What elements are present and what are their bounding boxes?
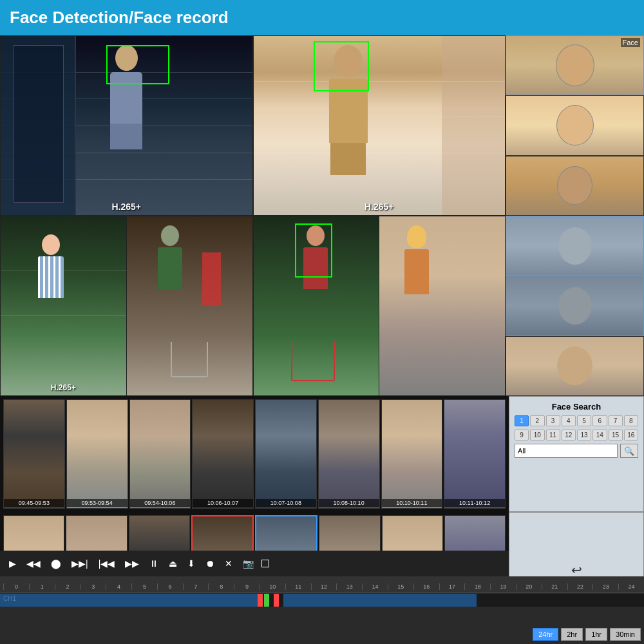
thumb-5[interactable]: 10:07-10:08	[255, 399, 317, 509]
face-thumb-3	[506, 156, 644, 216]
mark-6: 6	[157, 583, 183, 590]
thumb-4[interactable]: 10:06-10:07	[192, 399, 254, 509]
mark-18: 18	[464, 583, 490, 590]
mark-5: 5	[131, 583, 157, 590]
time-btn-1hr[interactable]: 1hr	[585, 628, 607, 641]
mark-0: 0	[3, 583, 29, 590]
face-panel-label: Face	[621, 38, 640, 47]
face-panel: Face	[506, 35, 644, 396]
camera-3: H.265+	[0, 216, 253, 396]
ch-btn-14[interactable]: 14	[592, 430, 607, 440]
fast-forward-button[interactable]: ▶▶	[122, 557, 142, 570]
timeline-track-ch1[interactable]: CH1	[0, 594, 644, 607]
thumb-6[interactable]: 10:08-10:10	[318, 399, 380, 509]
face-thumb-6	[506, 336, 644, 396]
capture-button[interactable]: 📷	[240, 557, 256, 570]
thumb-1[interactable]: 09:45-09:53	[3, 399, 65, 509]
skip-back-button[interactable]: |◀◀	[96, 557, 118, 570]
mark-13: 13	[336, 583, 362, 590]
ch-btn-11[interactable]: 11	[546, 430, 560, 440]
ch-btn-8[interactable]: 8	[624, 415, 638, 426]
stop-button[interactable]: ⬤	[48, 557, 64, 570]
mark-4: 4	[106, 583, 131, 590]
mark-8: 8	[208, 583, 234, 590]
mark-16: 16	[413, 583, 439, 590]
time-btn-2hr[interactable]: 2hr	[561, 628, 583, 641]
camera-grid: H.265+	[0, 35, 506, 396]
ch-btn-1[interactable]: 1	[515, 415, 529, 426]
mark-19: 19	[490, 583, 516, 590]
skip-forward-button[interactable]: ▶▶|	[69, 557, 91, 570]
thumb-time-3: 09:54-10:06	[130, 499, 191, 507]
timeline-event-1	[258, 594, 263, 607]
mark-23: 23	[592, 583, 618, 590]
ch-btn-13[interactable]: 13	[577, 430, 591, 440]
mark-2: 2	[55, 583, 80, 590]
camera-row-bottom: H.265+	[0, 216, 506, 396]
timeline-event-2	[264, 594, 269, 607]
ch-btn-6[interactable]: 6	[592, 415, 607, 426]
ch-btn-9[interactable]: 9	[515, 430, 529, 440]
ch-btn-16[interactable]: 16	[624, 430, 638, 440]
time-btn-30min[interactable]: 30min	[610, 628, 641, 641]
channel-grid-row2: 9 10 11 12 13 14 15 16	[515, 430, 638, 440]
thumb-time-5: 10:07-10:08	[256, 499, 316, 507]
pause-button[interactable]: ⏸	[147, 557, 161, 570]
ch-btn-12[interactable]: 12	[562, 430, 576, 440]
mark-11: 11	[285, 583, 311, 590]
face-search-title: Face Search	[515, 402, 638, 412]
search-button[interactable]: 🔍	[620, 444, 638, 458]
ch-btn-5[interactable]: 5	[577, 415, 591, 426]
timeline: 0 1 2 3 4 5 6 7 8 9 10 11 12 13 14 15 16…	[0, 576, 644, 644]
mark-9: 9	[234, 583, 260, 590]
thumbnail-strip-1: 09:45-09:53 09:53-09:54 09:54-10:06 10:0…	[0, 396, 509, 512]
thumb-time-7: 10:10-10:11	[382, 499, 442, 507]
timeline-event-3	[274, 594, 279, 607]
thumb-time-4: 10:06-10:07	[193, 499, 253, 507]
thumb-7[interactable]: 10:10-10:11	[381, 399, 443, 509]
play-button[interactable]: ▶	[6, 557, 19, 570]
aspect-ratio-button[interactable]	[261, 560, 269, 567]
ch-btn-7[interactable]: 7	[609, 415, 623, 426]
camera-2: H.265+	[253, 35, 506, 216]
timeline-ruler: 0 1 2 3 4 5 6 7 8 9 10 11 12 13 14 15 16…	[0, 576, 644, 592]
thumb-8[interactable]: 10:11-10:12	[444, 399, 506, 509]
ch-btn-4[interactable]: 4	[562, 415, 576, 426]
eject-button[interactable]: ⏏	[166, 557, 180, 570]
close-button[interactable]: ✕	[222, 557, 235, 570]
thumb-3[interactable]: 09:54-10:06	[129, 399, 191, 509]
face-thumb-4	[506, 216, 644, 276]
search-row: 🔍	[515, 444, 638, 458]
time-buttons: 24hr 2hr 1hr 30min	[533, 628, 641, 641]
mark-12: 12	[311, 583, 337, 590]
bottom-area: 09:45-09:53 09:53-09:54 09:54-10:06 10:0…	[0, 396, 644, 644]
mark-20: 20	[516, 583, 542, 590]
mark-22: 22	[567, 583, 593, 590]
face-search-panel: Face Search 1 2 3 4 5 6 7 8 9 10 11 12 1…	[509, 396, 644, 512]
thumb-2[interactable]: 09:53-09:54	[66, 399, 128, 509]
ch-btn-15[interactable]: 15	[609, 430, 623, 440]
thumb-time-6: 10:08-10:10	[319, 499, 379, 507]
mark-14: 14	[362, 583, 388, 590]
time-btn-24hr[interactable]: 24hr	[533, 628, 558, 641]
thumb-time-8: 10:11-10:12	[444, 499, 505, 507]
mark-15: 15	[388, 583, 413, 590]
download-button[interactable]: ⬇	[185, 557, 198, 570]
camera-row-top: H.265+	[0, 35, 506, 216]
channel-grid-row1: 1 2 3 4 5 6 7 8	[515, 415, 638, 426]
rewind-button[interactable]: ◀◀	[24, 557, 43, 570]
search-input[interactable]	[515, 444, 618, 458]
camera-codec-3a: H.265+	[51, 383, 76, 392]
mark-17: 17	[439, 583, 465, 590]
camera-4	[253, 216, 506, 396]
camera-codec-1: H.265+	[111, 202, 141, 212]
mark-1: 1	[29, 583, 55, 590]
ch-btn-10[interactable]: 10	[530, 430, 544, 440]
mark-3: 3	[80, 583, 106, 590]
ch-btn-3[interactable]: 3	[546, 415, 560, 426]
ch-btn-2[interactable]: 2	[530, 415, 544, 426]
record-button[interactable]: ⏺	[203, 557, 217, 570]
nav-arrow[interactable]: ↩	[571, 562, 582, 578]
camera-1: H.265+	[0, 35, 253, 216]
playback-controls: ▶ ◀◀ ⬤ ▶▶| |◀◀ ▶▶ ⏸ ⏏ ⬇ ⏺ ✕ 📷	[0, 551, 509, 576]
